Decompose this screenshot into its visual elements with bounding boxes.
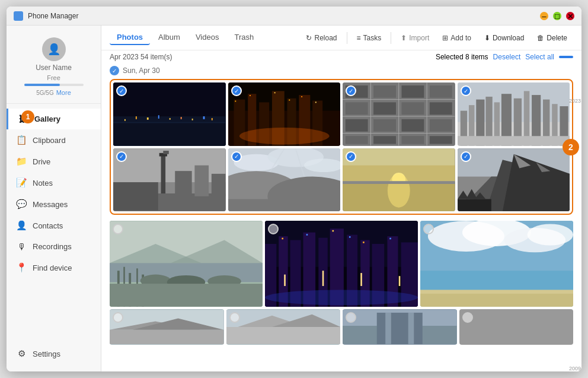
photo-cell-10[interactable] xyxy=(265,221,418,307)
sidebar-item-label: Recordings xyxy=(33,242,72,251)
photo-cell-12[interactable] xyxy=(110,309,224,345)
drive-icon: 📁 xyxy=(16,156,27,167)
photo-cell-15[interactable] xyxy=(459,309,574,345)
svg-rect-140 xyxy=(284,275,286,286)
photo-cell-8[interactable]: ✓ xyxy=(458,148,570,212)
selected-count: Selected 8 items xyxy=(436,53,488,61)
timeline-2009[interactable]: 2009 xyxy=(569,366,581,371)
sidebar-item-settings[interactable]: ⚙ Settings xyxy=(7,343,101,364)
svg-rect-135 xyxy=(333,230,334,232)
sidebar-item-messages[interactable]: 💬 Messages xyxy=(7,193,101,215)
select-all-link[interactable]: Select all xyxy=(525,53,554,61)
timeline-2023[interactable]: 2023 xyxy=(569,98,581,104)
svg-rect-137 xyxy=(363,242,365,243)
app-window: Phone Manager – □ ✕ 👤 User Name Free 5G/… xyxy=(7,7,581,371)
photo-cell-1[interactable]: ✓ xyxy=(113,82,226,146)
check-4[interactable]: ✓ xyxy=(461,85,471,96)
date-check-icon: ✓ xyxy=(110,66,119,75)
sidebar-item-recordings[interactable]: 🎙 Recordings xyxy=(7,236,101,257)
photo-cell-11[interactable] xyxy=(420,221,573,307)
import-button[interactable]: ⬆ Import xyxy=(395,31,435,45)
svg-point-149 xyxy=(528,224,573,246)
sidebar-item-label: Contacts xyxy=(33,221,63,230)
clipboard-icon: 📋 xyxy=(16,135,27,145)
reload-button[interactable]: ↻ Reload xyxy=(300,31,343,45)
add-to-button[interactable]: ⊞ Add to xyxy=(436,31,477,45)
tasks-button[interactable]: ≡ Tasks xyxy=(351,31,388,45)
check-empty-15[interactable] xyxy=(462,312,473,323)
svg-rect-71 xyxy=(113,182,158,210)
svg-rect-87 xyxy=(228,199,341,211)
svg-rect-25 xyxy=(289,100,290,101)
photo-cell-2[interactable]: ✓ xyxy=(228,82,341,146)
close-button[interactable]: ✕ xyxy=(566,12,574,20)
photo-cell-3[interactable]: ✓ xyxy=(343,82,455,146)
sidebar: 👤 User Name Free 5G/5G More 🖼 Gallery 1 xyxy=(7,26,101,371)
photo-cell-7[interactable]: ✓ xyxy=(343,148,455,212)
sidebar-item-find-device[interactable]: 📍 Find device xyxy=(7,257,101,278)
photo-cell-14[interactable] xyxy=(343,309,457,345)
selection-info: Selected 8 items Deselect Select all xyxy=(436,53,573,61)
svg-rect-94 xyxy=(343,181,455,184)
photo-area[interactable]: ✓ Sun, Apr 30 2 xyxy=(101,62,581,371)
sidebar-item-contacts[interactable]: 👤 Contacts xyxy=(7,215,101,236)
minimize-button[interactable]: – xyxy=(540,12,548,20)
tab-album[interactable]: Album xyxy=(151,30,187,45)
unselected-row-2 xyxy=(110,309,573,345)
photo-cell-9[interactable] xyxy=(110,221,263,307)
check-2[interactable]: ✓ xyxy=(231,85,242,96)
download-button[interactable]: ⬇ Download xyxy=(478,31,530,45)
photo-cell-5[interactable]: ✓ xyxy=(113,148,226,212)
svg-rect-74 xyxy=(163,151,168,154)
svg-rect-152 xyxy=(420,294,573,307)
date-label: Sun, Apr 30 xyxy=(123,66,160,75)
selected-group: 2 xyxy=(110,79,573,215)
svg-rect-9 xyxy=(203,116,205,119)
svg-rect-5 xyxy=(158,115,159,119)
tasks-icon: ≡ xyxy=(357,34,361,42)
gallery-icon: 🖼 xyxy=(18,114,28,124)
add-to-icon: ⊞ xyxy=(442,34,448,42)
photo-cell-4[interactable]: ✓ xyxy=(458,82,570,146)
svg-rect-43 xyxy=(401,102,424,115)
more-link[interactable]: More xyxy=(56,89,71,96)
svg-rect-69 xyxy=(113,148,226,182)
content-area: 👤 User Name Free 5G/5G More 🖼 Gallery 1 xyxy=(7,26,581,371)
svg-rect-48 xyxy=(430,119,452,132)
profile-name: User Name xyxy=(36,63,72,72)
photo-cell-6[interactable]: ✓ xyxy=(228,148,341,212)
sidebar-item-drive[interactable]: 📁 Drive xyxy=(7,151,101,172)
check-5[interactable]: ✓ xyxy=(116,151,127,162)
deselect-link[interactable]: Deselect xyxy=(493,53,521,61)
find-device-icon: 📍 xyxy=(16,262,27,273)
sidebar-item-notes[interactable]: 📝 Notes xyxy=(7,172,101,193)
tab-trash[interactable]: Trash xyxy=(227,30,261,45)
sidebar-item-label: Settings xyxy=(33,350,60,358)
check-6[interactable]: ✓ xyxy=(231,151,242,162)
svg-rect-11 xyxy=(113,122,226,146)
svg-rect-134 xyxy=(306,234,308,236)
check-3[interactable]: ✓ xyxy=(346,85,356,96)
date-range: Apr 2023 xyxy=(110,53,139,61)
sidebar-item-gallery[interactable]: 🖼 Gallery 1 xyxy=(7,109,101,129)
svg-rect-7 xyxy=(181,117,182,119)
tab-photos[interactable]: Photos xyxy=(110,30,150,45)
svg-rect-52 xyxy=(430,136,452,144)
svg-rect-3 xyxy=(136,116,137,119)
messages-icon: 💬 xyxy=(16,199,27,209)
check-1[interactable]: ✓ xyxy=(116,85,127,96)
tab-videos[interactable]: Videos xyxy=(188,30,226,45)
check-7[interactable]: ✓ xyxy=(346,151,356,162)
svg-rect-22 xyxy=(235,101,236,102)
svg-rect-46 xyxy=(373,119,396,132)
divider2 xyxy=(391,32,391,44)
svg-rect-41 xyxy=(346,102,368,115)
date-header: ✓ Sun, Apr 30 xyxy=(110,66,573,75)
check-8[interactable]: ✓ xyxy=(461,151,471,162)
date-info: Apr 2023 54 item(s) xyxy=(110,53,172,61)
maximize-button[interactable]: □ xyxy=(553,12,561,20)
delete-button[interactable]: 🗑 Delete xyxy=(531,31,573,45)
photo-cell-13[interactable] xyxy=(226,309,341,345)
sidebar-item-clipboard[interactable]: 📋 Clipboard xyxy=(7,129,101,151)
check-empty-13[interactable] xyxy=(229,312,240,323)
